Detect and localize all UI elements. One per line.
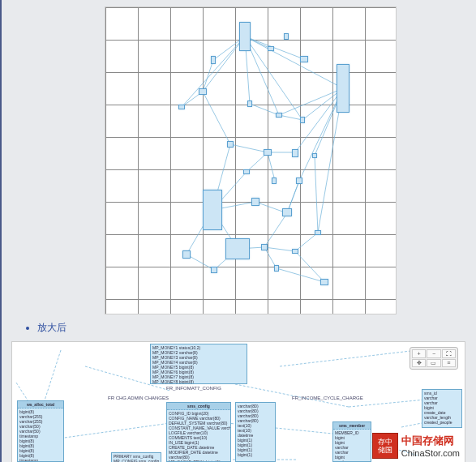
article-content: 放大后 MP_MONEY1 status(10,2)MP_MONEY2 varc… [0, 0, 476, 462]
er-center-box: sms_config CONFIG_ID bigint(20)CONFIG_NA… [166, 402, 231, 462]
fit-icon[interactable]: ⛶ [442, 349, 456, 358]
pan-icon[interactable]: ✥ [412, 359, 426, 368]
er-field-row: MP_CONFIG sms_config [114, 459, 159, 462]
overview-node [225, 238, 250, 259]
svg-line-15 [203, 60, 213, 92]
overview-node [300, 117, 305, 123]
er-right-label: FR_INCOME_CYCLE_CHARGE [292, 396, 363, 400]
er-header-box: MP_MONEY1 status(10,2)MP_MONEY2 varchar(… [150, 344, 247, 384]
overview-node [182, 250, 191, 259]
er-field-row: created_people [424, 420, 460, 425]
svg-line-48 [280, 350, 418, 366]
overview-node [284, 33, 289, 40]
overview-node [312, 153, 317, 158]
svg-line-35 [277, 268, 324, 282]
er-right-title: sms_member [333, 422, 371, 430]
svg-line-5 [182, 36, 245, 107]
watermark-logo: 存中 储国 [372, 433, 398, 459]
layout-icon[interactable]: ≡ [442, 359, 456, 368]
svg-line-33 [295, 233, 318, 251]
watermark-logo-bottom: 储国 [378, 446, 392, 454]
overview-node [337, 64, 349, 113]
watermark-text: 中国存储网 ChinaStor.com [401, 434, 460, 458]
overview-node [264, 149, 272, 156]
zoom-caption-bullet: 放大后 [37, 321, 466, 335]
svg-line-36 [187, 255, 214, 270]
er-right-box: sms_member MEMBER_IDbigintbigintvarcharv… [332, 421, 371, 462]
svg-line-0 [245, 36, 343, 88]
zoom-in-icon[interactable]: + [412, 349, 426, 358]
svg-line-38 [279, 115, 302, 120]
svg-line-18 [230, 144, 268, 152]
diagram-toolbar: +−⛶✥▭≡ [410, 347, 458, 370]
er-mid-label: FR_INFOMAT7_CONFIG [166, 386, 221, 391]
overview-node [199, 88, 207, 95]
watermark-logo-top: 存中 [378, 438, 392, 446]
svg-line-29 [264, 247, 295, 251]
overview-node [274, 265, 279, 272]
er-left-box: ws_alloc_total bigint(8)varchar(255)varc… [17, 400, 64, 462]
overview-edges [105, 7, 397, 314]
watermark-en: ChinaStor.com [401, 448, 460, 458]
overview-node [211, 56, 216, 64]
overview-node [251, 198, 259, 206]
overview-node [203, 190, 222, 230]
er-field-row: MP_MONEY8 bigint(8) [152, 379, 245, 384]
er-tiny-center-box: PRIMARY sms_configMP_CONFIG sms_config [111, 452, 161, 462]
er-field-row: bigint(1) [238, 452, 273, 457]
overview-node [239, 22, 251, 51]
svg-line-27 [264, 213, 287, 247]
overview-node [300, 56, 308, 62]
svg-line-1 [245, 36, 304, 59]
er-left-title: ws_alloc_total [18, 401, 63, 409]
overview-node [261, 244, 268, 250]
schema-overview-diagram [105, 6, 397, 314]
overview-node [315, 230, 321, 235]
er-center-left-label: FR CHG ADMIN CHANGES [108, 396, 169, 400]
overview-node [268, 46, 274, 51]
schema-zoom-diagram: MP_MONEY1 status(10,2)MP_MONEY2 varchar(… [11, 341, 465, 462]
svg-line-41 [315, 156, 318, 233]
er-center-right-box: varchar(80)varchar(80)varchar(80)varchar… [235, 402, 276, 462]
overview-node [243, 169, 250, 174]
watermark: 存中 储国 中国存储网 ChinaStor.com [372, 433, 460, 459]
zoom-caption-link[interactable]: 放大后 [37, 322, 66, 333]
er-field-row: timestamp [19, 458, 62, 462]
overview-node [282, 208, 292, 216]
zoom-out-icon[interactable]: − [427, 349, 440, 358]
overview-node [178, 105, 185, 109]
overview-node [320, 279, 328, 285]
svg-line-52 [45, 350, 61, 400]
overview-node [227, 141, 234, 148]
svg-line-34 [295, 251, 324, 282]
overview-node [292, 249, 298, 254]
svg-line-20 [268, 152, 275, 181]
watermark-cn: 中国存储网 [401, 434, 460, 448]
overview-node [296, 178, 302, 184]
overview-node [276, 113, 282, 118]
er-far-right-box: sms_idvarcharvarcharbigintcreate_datevar… [422, 389, 462, 428]
svg-line-17 [203, 92, 230, 144]
er-center-title: sms_config [167, 403, 230, 410]
select-icon[interactable]: ▭ [427, 359, 440, 368]
svg-line-42 [53, 423, 170, 439]
overview-node [247, 101, 252, 107]
overview-node [292, 149, 298, 157]
overview-node [211, 267, 217, 273]
overview-node [272, 178, 277, 184]
